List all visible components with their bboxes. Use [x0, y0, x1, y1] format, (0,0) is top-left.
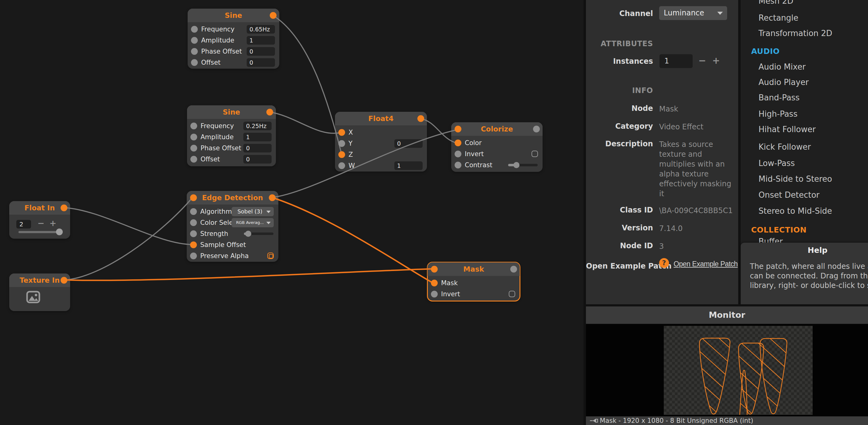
monitor-preview[interactable]: [586, 324, 868, 416]
library-item-mesh-2d[interactable]: Mesh 2D: [758, 0, 793, 5]
value-field[interactable]: 0: [243, 155, 272, 164]
node-sine-2[interactable]: SineFrequency0.25HzAmplitude1Phase Offse…: [187, 105, 276, 166]
library-item-audio-mixer[interactable]: Audio Mixer: [758, 62, 806, 72]
value-field[interactable]: 0.25Hz: [243, 122, 272, 130]
connected-port[interactable]: [338, 151, 345, 158]
connected-port[interactable]: [190, 242, 197, 248]
param-port[interactable]: [338, 162, 345, 169]
param-port[interactable]: [190, 134, 197, 140]
param-port[interactable]: [190, 156, 197, 163]
library-item-mid-side-to-stereo[interactable]: Mid-Side to Stereo: [758, 174, 832, 183]
value-field[interactable]: 0: [247, 47, 275, 56]
output-port[interactable]: [510, 266, 517, 273]
value-field[interactable]: 1: [247, 36, 275, 45]
output-port[interactable]: [61, 277, 67, 284]
field-value: Video Effect: [659, 122, 736, 132]
increment-button[interactable]: +: [48, 218, 58, 229]
library-item-rectangle[interactable]: Rectangle: [758, 13, 799, 23]
param-port[interactable]: [191, 48, 198, 55]
param-label: Z: [348, 150, 353, 159]
slider-knob[interactable]: [514, 162, 520, 168]
decrement-button[interactable]: −: [696, 55, 708, 66]
connected-port[interactable]: [455, 140, 461, 146]
node-title: Colorize: [451, 122, 542, 136]
library-item-audio-player[interactable]: Audio Player: [758, 78, 809, 87]
output-port[interactable]: [417, 115, 424, 122]
value-field[interactable]: 1: [394, 161, 423, 170]
library-item-transformation-2d[interactable]: Transformation 2D: [758, 29, 832, 38]
library-item-onset-detector[interactable]: Onset Detector: [758, 190, 819, 200]
param-label: Preserve Alpha: [200, 252, 249, 260]
node-edge-detection[interactable]: Edge DetectionAlgorithmSobel (3)Color Se…: [187, 191, 278, 262]
input-port[interactable]: [455, 126, 461, 133]
help-text: The patch, where all nodes live and can …: [750, 262, 868, 290]
checkbox[interactable]: [531, 150, 538, 157]
param-port[interactable]: [431, 291, 438, 298]
param-port[interactable]: [455, 162, 461, 168]
library-item-band-pass[interactable]: Band-Pass: [758, 93, 800, 102]
output-port[interactable]: [270, 12, 277, 19]
param-port[interactable]: [191, 59, 198, 66]
node-slider-knob[interactable]: [56, 228, 63, 235]
node-sine-1[interactable]: SineFrequency0.65HzAmplitude1Phase Offse…: [188, 9, 279, 69]
input-port[interactable]: [190, 194, 197, 201]
dropdown[interactable]: Sobel (3): [231, 207, 274, 216]
value-field[interactable]: 0: [247, 58, 275, 67]
library-item-low-pass[interactable]: Low-Pass: [758, 159, 795, 168]
param-port[interactable]: [191, 26, 198, 33]
library-item-hihat-follower[interactable]: Hihat Follower: [758, 125, 816, 134]
value-field[interactable]: 0: [394, 139, 423, 148]
increment-button[interactable]: +: [710, 55, 722, 66]
value-field[interactable]: 0.65Hz: [247, 25, 275, 34]
output-port[interactable]: [267, 109, 273, 115]
param-port[interactable]: [190, 122, 197, 129]
library-item-kick-follower[interactable]: Kick Follower: [758, 142, 811, 151]
node-colorize[interactable]: ColorizeColorInvertContrast: [451, 122, 542, 172]
dropdown[interactable]: RGB Averag...: [231, 218, 274, 227]
open-example-patch-link[interactable]: Open Example Patch: [674, 260, 738, 268]
param-port[interactable]: [191, 37, 198, 44]
monitor-header[interactable]: Monitor: [586, 306, 868, 324]
slider-knob[interactable]: [245, 231, 251, 237]
connected-port[interactable]: [338, 129, 345, 136]
library-item-stereo-to-mid-side[interactable]: Stereo to Mid-Side: [758, 206, 832, 216]
output-port[interactable]: [61, 204, 67, 211]
decrement-button[interactable]: −: [36, 218, 46, 229]
param-port[interactable]: [190, 230, 197, 237]
param-port[interactable]: [190, 145, 197, 151]
node-mask[interactable]: MaskMaskInvert: [428, 262, 520, 301]
app-root: SineFrequency0.65HzAmplitude1Phase Offse…: [0, 0, 868, 425]
node-texture-in[interactable]: Texture In: [9, 274, 70, 311]
checkbox[interactable]: [509, 291, 515, 297]
library-item-high-pass[interactable]: High-Pass: [758, 109, 798, 119]
param-port[interactable]: [190, 208, 197, 215]
node-slider-track[interactable]: [19, 231, 62, 233]
input-port[interactable]: [431, 266, 438, 273]
node-float4[interactable]: Float4XY0ZW1: [335, 112, 427, 172]
slider[interactable]: [244, 232, 274, 235]
param-port[interactable]: [455, 150, 461, 158]
connected-port[interactable]: [431, 280, 438, 286]
node-row: Offset0: [187, 155, 276, 164]
node-row: Amplitude1: [188, 36, 279, 45]
value-field[interactable]: 0: [243, 144, 272, 152]
node-float-in[interactable]: Float In2−+: [9, 201, 70, 239]
node-row: Mask: [428, 279, 520, 287]
pin-icon[interactable]: [590, 418, 598, 423]
panel-divider-horizontal[interactable]: [584, 304, 868, 306]
channel-select[interactable]: Luminance: [659, 6, 727, 20]
param-port[interactable]: [190, 219, 197, 226]
instances-field[interactable]: 1: [659, 54, 693, 68]
output-port[interactable]: [533, 126, 540, 133]
output-port[interactable]: [269, 194, 276, 201]
help-icon[interactable]: ?: [659, 258, 669, 268]
param-label: Amplitude: [200, 133, 234, 141]
panel-divider-left[interactable]: [584, 0, 586, 425]
param-port[interactable]: [338, 140, 345, 147]
value-field[interactable]: 1: [243, 133, 272, 141]
patch-canvas[interactable]: SineFrequency0.65HzAmplitude1Phase Offse…: [0, 0, 584, 425]
number-field[interactable]: 2: [16, 220, 31, 228]
checkbox[interactable]: [267, 253, 274, 259]
slider[interactable]: [508, 164, 538, 166]
param-port[interactable]: [190, 253, 197, 259]
